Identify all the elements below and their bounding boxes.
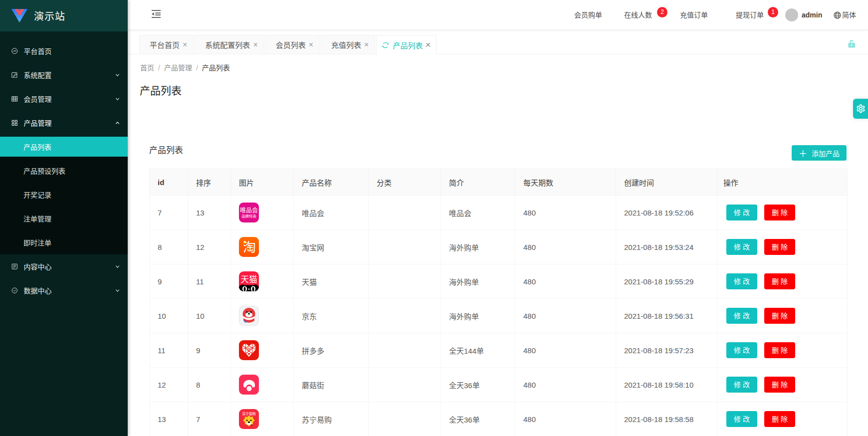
- svg-text:淘: 淘: [243, 237, 256, 255]
- svg-text:苏宁易购: 苏宁易购: [242, 411, 255, 416]
- svg-text:天猫: 天猫: [241, 273, 257, 285]
- svg-text:品牌特卖: 品牌特卖: [241, 213, 256, 218]
